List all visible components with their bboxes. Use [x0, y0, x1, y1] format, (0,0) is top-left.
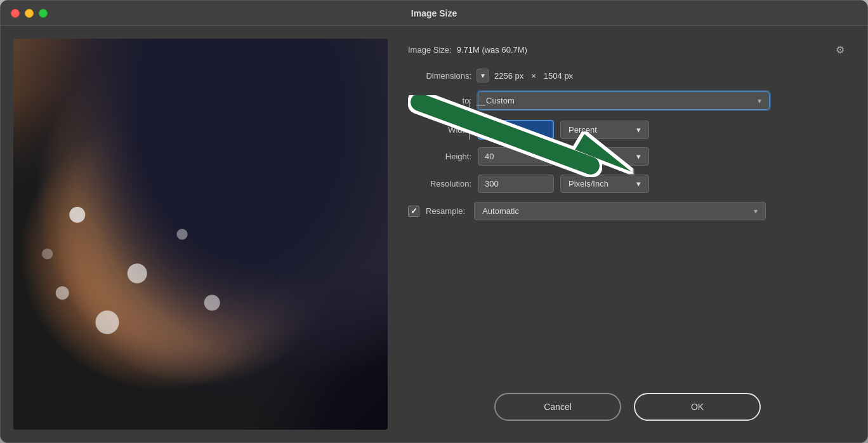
checkbox-check-icon: ✓ [411, 207, 418, 215]
height-input[interactable] [478, 147, 554, 166]
gear-button[interactable]: ⚙ [833, 41, 847, 58]
resolution-label: Resolution: [408, 179, 471, 188]
fit-value: Custom [486, 96, 515, 105]
window-body: Image Size: 9.71M (was 60.7M) ⚙ Dimensio… [1, 26, 867, 442]
width-input[interactable] [478, 120, 554, 140]
width-unit-dropdown[interactable]: Percent ▾ [560, 121, 649, 139]
chain-link-container [463, 97, 477, 143]
gear-icon: ⚙ [836, 44, 845, 55]
ok-button[interactable]: OK [634, 393, 761, 421]
width-chevron-icon: ▾ [636, 125, 641, 135]
chain-v-bottom [469, 127, 470, 140]
chain-h-top [477, 105, 485, 106]
chain-link-icon[interactable] [463, 113, 477, 127]
image-size-value: 9.71M (was 60.7M) [457, 45, 527, 55]
dimensions-label: Dimensions: [408, 71, 471, 81]
resample-checkbox[interactable]: ✓ [408, 206, 419, 217]
cancel-button[interactable]: Cancel [494, 393, 621, 421]
resolution-unit-label: Pixels/Inch [569, 179, 608, 188]
height-label: Height: [408, 152, 471, 161]
window-title: Image Size [411, 8, 457, 18]
fit-chevron-icon: ▾ [758, 96, 761, 105]
dimensions-height: 1504 px [544, 71, 573, 81]
controls-panel: Image Size: 9.71M (was 60.7M) ⚙ Dimensio… [388, 26, 867, 442]
chain-h-bottom [477, 134, 485, 135]
dimensions-separator: × [531, 71, 536, 81]
image-size-dialog: Image Size [0, 0, 868, 443]
dimensions-dropdown[interactable]: ▾ [477, 69, 489, 83]
height-unit-dropdown[interactable]: Percent ▾ [560, 147, 649, 166]
wh-bracket-container: Width: Percent ▾ Height: Percent ▾ [408, 120, 847, 166]
height-chevron-icon: ▾ [636, 152, 641, 161]
image-size-info: Image Size: 9.71M (was 60.7M) [408, 45, 527, 55]
traffic-lights [11, 9, 48, 18]
dimensions-width: 2256 px [494, 71, 523, 81]
width-label: Width: [408, 125, 471, 135]
height-row: Height: Percent ▾ [408, 147, 847, 166]
height-unit-label: Percent [569, 152, 597, 161]
buttons-row: Cancel OK [408, 393, 847, 427]
width-unit-label: Percent [569, 125, 597, 135]
resample-label: Resample: [426, 206, 465, 216]
resolution-unit-dropdown[interactable]: Pixels/Inch ▾ [560, 175, 649, 193]
close-button[interactable] [11, 9, 20, 18]
fit-dropdown[interactable]: Custom ▾ [478, 91, 770, 110]
resolution-row: Resolution: Pixels/Inch ▾ [408, 175, 847, 193]
top-info-row: Image Size: 9.71M (was 60.7M) ⚙ [408, 41, 847, 58]
resolution-input[interactable] [478, 175, 554, 193]
maximize-button[interactable] [39, 9, 48, 18]
resample-row: ✓ Resample: Automatic ▾ [408, 202, 847, 220]
resample-dropdown[interactable]: Automatic ▾ [474, 202, 766, 220]
title-bar: Image Size [1, 1, 867, 26]
dimensions-row: Dimensions: ▾ 2256 px × 1504 px [408, 69, 847, 83]
photo-canvas [13, 39, 388, 430]
chain-v-top [469, 100, 470, 113]
resolution-chevron-icon: ▾ [636, 179, 641, 188]
minimize-button[interactable] [25, 9, 34, 18]
fit-label: to: [408, 96, 471, 105]
image-preview [13, 39, 388, 430]
image-size-label: Image Size: [408, 45, 452, 55]
dimensions-dropdown-arrow: ▾ [481, 71, 485, 80]
resample-chevron-icon: ▾ [754, 207, 758, 216]
resample-value: Automatic [482, 206, 519, 216]
